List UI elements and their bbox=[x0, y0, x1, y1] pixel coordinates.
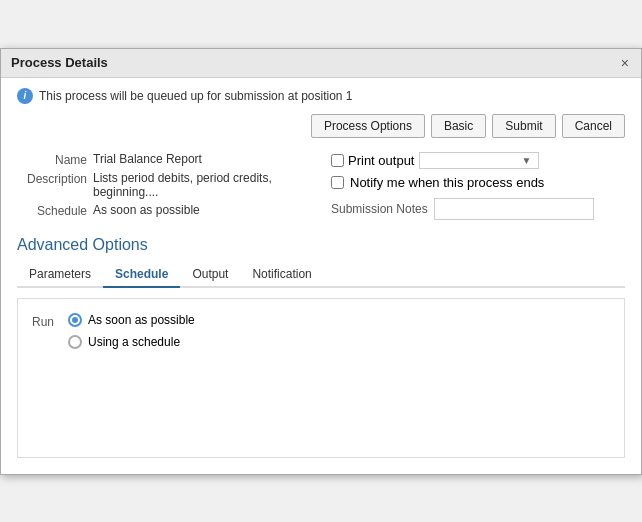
notify-label: Notify me when this process ends bbox=[350, 175, 544, 190]
radio-as-soon-icon[interactable] bbox=[68, 313, 82, 327]
tabs: Parameters Schedule Output Notification bbox=[17, 262, 625, 288]
description-row: Description Lists period debits, period … bbox=[17, 171, 311, 199]
print-dropdown[interactable]: ▼ bbox=[419, 152, 539, 169]
advanced-section: Advanced Options Parameters Schedule Out… bbox=[17, 236, 625, 458]
notify-row: Notify me when this process ends bbox=[331, 175, 625, 190]
left-details: Name Trial Balance Report Description Li… bbox=[17, 152, 311, 220]
run-label: Run bbox=[32, 313, 60, 329]
tab-content: Run As soon as possible Using a schedule bbox=[17, 298, 625, 458]
name-label: Name bbox=[17, 152, 87, 167]
process-details-dialog: Process Details × i This process will be… bbox=[0, 48, 642, 475]
schedule-row: Schedule As soon as possible bbox=[17, 203, 311, 218]
notify-checkbox[interactable] bbox=[331, 176, 344, 189]
description-value: Lists period debits, period credits, beg… bbox=[93, 171, 311, 199]
basic-button[interactable]: Basic bbox=[431, 114, 486, 138]
info-icon: i bbox=[17, 88, 33, 104]
tab-schedule[interactable]: Schedule bbox=[103, 262, 180, 288]
name-value: Trial Balance Report bbox=[93, 152, 202, 166]
dialog-body: i This process will be queued up for sub… bbox=[1, 78, 641, 474]
print-output-row: Print output ▼ bbox=[331, 152, 625, 169]
description-label: Description bbox=[17, 171, 87, 186]
schedule-label: Schedule bbox=[17, 203, 87, 218]
tab-parameters[interactable]: Parameters bbox=[17, 262, 103, 288]
toolbar: Process Options Basic Submit Cancel bbox=[17, 114, 625, 138]
print-output-checkbox[interactable] bbox=[331, 154, 344, 167]
process-options-button[interactable]: Process Options bbox=[311, 114, 425, 138]
radio-as-soon[interactable]: As soon as possible bbox=[68, 313, 195, 327]
schedule-value: As soon as possible bbox=[93, 203, 200, 217]
radio-options: As soon as possible Using a schedule bbox=[68, 313, 195, 349]
tab-notification[interactable]: Notification bbox=[240, 262, 323, 288]
print-output-label: Print output bbox=[348, 153, 415, 168]
submit-button[interactable]: Submit bbox=[492, 114, 555, 138]
radio-using-schedule-label: Using a schedule bbox=[88, 335, 180, 349]
info-bar: i This process will be queued up for sub… bbox=[17, 88, 625, 104]
run-row: Run As soon as possible Using a schedule bbox=[32, 313, 610, 349]
close-button[interactable]: × bbox=[619, 55, 631, 71]
advanced-title: Advanced Options bbox=[17, 236, 625, 254]
cancel-button[interactable]: Cancel bbox=[562, 114, 625, 138]
dialog-title: Process Details bbox=[11, 55, 108, 70]
tab-output[interactable]: Output bbox=[180, 262, 240, 288]
submission-notes-label: Submission Notes bbox=[331, 202, 428, 216]
radio-using-schedule-icon[interactable] bbox=[68, 335, 82, 349]
submission-notes-input[interactable] bbox=[434, 198, 594, 220]
dialog-titlebar: Process Details × bbox=[1, 49, 641, 78]
info-message: This process will be queued up for submi… bbox=[39, 89, 353, 103]
submission-notes-row: Submission Notes bbox=[331, 198, 625, 220]
radio-as-soon-label: As soon as possible bbox=[88, 313, 195, 327]
radio-using-schedule[interactable]: Using a schedule bbox=[68, 335, 195, 349]
name-row: Name Trial Balance Report bbox=[17, 152, 311, 167]
right-col: Print output ▼ Notify me when this proce… bbox=[331, 152, 625, 220]
dropdown-arrow: ▼ bbox=[522, 155, 532, 166]
